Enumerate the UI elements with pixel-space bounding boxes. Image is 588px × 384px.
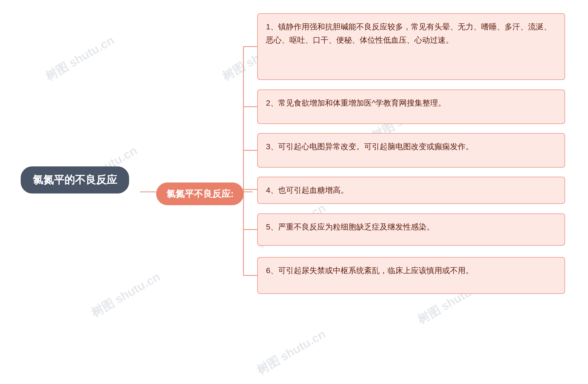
root-node-label: 氯氮平的不良反应 xyxy=(33,174,117,186)
leaf-2-text: 2、常见食欲增加和体重增加医^学教育网搜集整理。 xyxy=(266,99,446,107)
second-node-label: 氯氮平不良反应: xyxy=(166,189,233,199)
leaf-5-text: 5、严重不良反应为粒细胞缺乏症及继发性感染。 xyxy=(266,222,434,231)
leaf-4-text: 4、也可引起血糖增高。 xyxy=(266,186,348,194)
leaf-node-3: 3、可引起心电图异常改变。可引起脑电图改变或癫痫发作。 xyxy=(257,133,565,168)
leaf-6-text: 6、可引起尿失禁或中枢系统紊乱，临床上应该慎用或不用。 xyxy=(266,266,473,275)
leaf-3-text: 3、可引起心电图异常改变。可引起脑电图改变或癫痫发作。 xyxy=(266,142,473,151)
watermark-1: 树图 shutu.cn xyxy=(42,32,117,85)
leaf-node-1: 1、镇静作用强和抗胆碱能不良反应较多，常见有头晕、无力、嗜睡、多汗、流涎、恶心、… xyxy=(257,13,565,80)
leaf-node-5: 5、严重不良反应为粒细胞缺乏症及继发性感染。 xyxy=(257,213,565,246)
leaf-node-4: 4、也可引起血糖增高。 xyxy=(257,177,565,204)
root-node: 氯氮平的不良反应 xyxy=(21,166,129,194)
leaf-node-6: 6、可引起尿失禁或中枢系统紊乱，临床上应该慎用或不用。 xyxy=(257,257,565,294)
second-node: 氯氮平不良反应: xyxy=(156,182,244,205)
watermark-6: 树图 shutu.cn xyxy=(88,269,163,321)
watermark-8: 树图 shutu.cn xyxy=(254,326,328,379)
leaf-node-2: 2、常见食欲增加和体重增加医^学教育网搜集整理。 xyxy=(257,89,565,124)
leaf-1-text: 1、镇静作用强和抗胆碱能不良反应较多，常见有头晕、无力、嗜睡、多汗、流涎、恶心、… xyxy=(266,22,551,44)
mind-map: 树图 shutu.cn 树图 shutu.cn 树图 shutu.cn 树图 s… xyxy=(0,0,588,384)
